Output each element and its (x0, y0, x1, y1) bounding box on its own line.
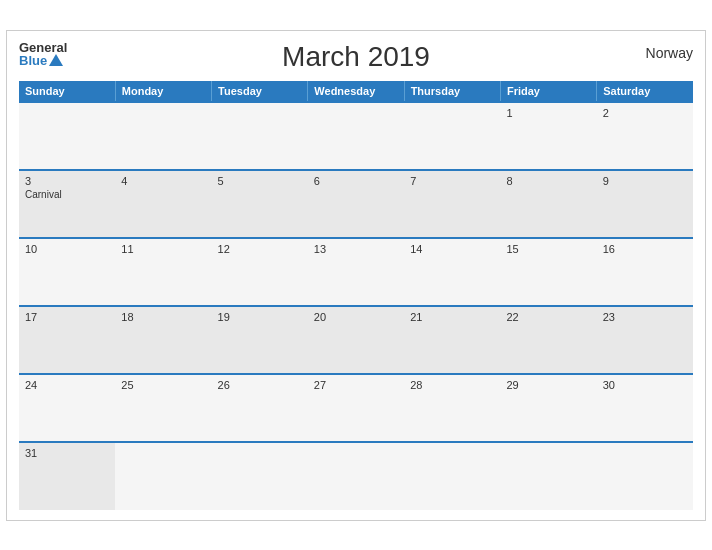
calendar-cell-w4-d2: 26 (212, 374, 308, 442)
weekday-header-row: SundayMondayTuesdayWednesdayThursdayFrid… (19, 81, 693, 102)
calendar-cell-w4-d3: 27 (308, 374, 404, 442)
logo-general-text: General (19, 41, 67, 54)
calendar-table: SundayMondayTuesdayWednesdayThursdayFrid… (19, 81, 693, 510)
calendar-cell-w0-d5: 1 (500, 102, 596, 170)
weekday-header-monday: Monday (115, 81, 211, 102)
weekday-header-wednesday: Wednesday (308, 81, 404, 102)
day-number: 3 (25, 175, 109, 187)
logo-blue-text: Blue (19, 54, 67, 67)
calendar-cell-w5-d1 (115, 442, 211, 510)
calendar-cell-w2-d1: 11 (115, 238, 211, 306)
calendar-cell-w2-d2: 12 (212, 238, 308, 306)
calendar-cell-w1-d1: 4 (115, 170, 211, 238)
week-row-5: 31 (19, 442, 693, 510)
calendar-cell-w4-d1: 25 (115, 374, 211, 442)
weekday-header-tuesday: Tuesday (212, 81, 308, 102)
day-number: 22 (506, 311, 590, 323)
day-number: 4 (121, 175, 205, 187)
calendar-cell-w5-d6 (597, 442, 693, 510)
calendar-cell-w5-d3 (308, 442, 404, 510)
calendar-cell-w3-d4: 21 (404, 306, 500, 374)
day-number: 21 (410, 311, 494, 323)
weekday-header-friday: Friday (500, 81, 596, 102)
calendar-cell-w4-d4: 28 (404, 374, 500, 442)
day-number: 7 (410, 175, 494, 187)
logo-triangle-icon (49, 54, 63, 66)
day-number: 11 (121, 243, 205, 255)
calendar-cell-w3-d5: 22 (500, 306, 596, 374)
calendar-cell-w4-d6: 30 (597, 374, 693, 442)
day-number: 12 (218, 243, 302, 255)
calendar-cell-w1-d2: 5 (212, 170, 308, 238)
calendar-header: General Blue March 2019 Norway (19, 41, 693, 73)
logo: General Blue (19, 41, 67, 67)
weekday-header-thursday: Thursday (404, 81, 500, 102)
day-number: 8 (506, 175, 590, 187)
calendar-cell-w2-d4: 14 (404, 238, 500, 306)
day-number: 13 (314, 243, 398, 255)
day-number: 10 (25, 243, 109, 255)
day-number: 25 (121, 379, 205, 391)
day-number: 27 (314, 379, 398, 391)
calendar-cell-w1-d6: 9 (597, 170, 693, 238)
calendar-container: General Blue March 2019 Norway SundayMon… (6, 30, 706, 521)
week-row-0: 12 (19, 102, 693, 170)
calendar-cell-w3-d1: 18 (115, 306, 211, 374)
day-number: 26 (218, 379, 302, 391)
event-label: Carnival (25, 189, 109, 200)
calendar-cell-w5-d5 (500, 442, 596, 510)
day-number: 30 (603, 379, 687, 391)
calendar-cell-w3-d6: 23 (597, 306, 693, 374)
day-number: 6 (314, 175, 398, 187)
day-number: 5 (218, 175, 302, 187)
calendar-cell-w2-d5: 15 (500, 238, 596, 306)
week-row-1: 3Carnival456789 (19, 170, 693, 238)
calendar-cell-w0-d3 (308, 102, 404, 170)
day-number: 9 (603, 175, 687, 187)
calendar-cell-w1-d0: 3Carnival (19, 170, 115, 238)
calendar-cell-w1-d3: 6 (308, 170, 404, 238)
calendar-cell-w5-d2 (212, 442, 308, 510)
day-number: 2 (603, 107, 687, 119)
day-number: 14 (410, 243, 494, 255)
day-number: 1 (506, 107, 590, 119)
country-label: Norway (646, 45, 693, 61)
weekday-header-saturday: Saturday (597, 81, 693, 102)
calendar-cell-w0-d4 (404, 102, 500, 170)
calendar-cell-w3-d3: 20 (308, 306, 404, 374)
calendar-title: March 2019 (282, 41, 430, 73)
calendar-cell-w0-d1 (115, 102, 211, 170)
week-row-3: 17181920212223 (19, 306, 693, 374)
calendar-cell-w5-d4 (404, 442, 500, 510)
day-number: 18 (121, 311, 205, 323)
day-number: 23 (603, 311, 687, 323)
calendar-cell-w0-d0 (19, 102, 115, 170)
calendar-cell-w2-d6: 16 (597, 238, 693, 306)
calendar-cell-w3-d2: 19 (212, 306, 308, 374)
calendar-cell-w0-d6: 2 (597, 102, 693, 170)
calendar-cell-w3-d0: 17 (19, 306, 115, 374)
calendar-cell-w5-d0: 31 (19, 442, 115, 510)
day-number: 16 (603, 243, 687, 255)
calendar-cell-w1-d4: 7 (404, 170, 500, 238)
weekday-header-sunday: Sunday (19, 81, 115, 102)
day-number: 31 (25, 447, 109, 459)
calendar-cell-w2-d0: 10 (19, 238, 115, 306)
day-number: 29 (506, 379, 590, 391)
week-row-2: 10111213141516 (19, 238, 693, 306)
day-number: 15 (506, 243, 590, 255)
day-number: 28 (410, 379, 494, 391)
week-row-4: 24252627282930 (19, 374, 693, 442)
calendar-cell-w1-d5: 8 (500, 170, 596, 238)
day-number: 17 (25, 311, 109, 323)
day-number: 19 (218, 311, 302, 323)
day-number: 20 (314, 311, 398, 323)
calendar-cell-w4-d0: 24 (19, 374, 115, 442)
day-number: 24 (25, 379, 109, 391)
calendar-cell-w2-d3: 13 (308, 238, 404, 306)
calendar-cell-w0-d2 (212, 102, 308, 170)
calendar-cell-w4-d5: 29 (500, 374, 596, 442)
